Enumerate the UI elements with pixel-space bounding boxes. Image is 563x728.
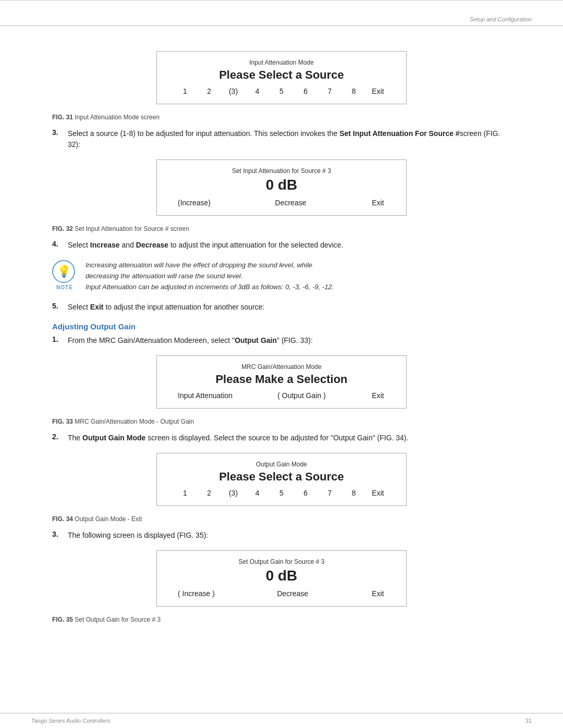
exit-btn: Exit: [371, 199, 385, 207]
og-source-2: 2: [202, 489, 216, 497]
source-2: 2: [202, 87, 216, 95]
fig33-screen-box: MRC Gain/Attenuation Mode Please Make a …: [156, 355, 407, 409]
og-source-5: 5: [274, 489, 289, 497]
note-box: 💡 NOTE Increasing attenuation will have …: [52, 260, 511, 292]
fig34-caption: FIG. 34 Output Gain Mode - Exit: [52, 515, 511, 523]
fig35-caption: FIG. 35 Set Output Gain for Source # 3: [52, 616, 511, 623]
step1b-text: From the MRC Gain/Attenuation Modereen, …: [68, 335, 313, 346]
fig33-title: Please Make a Selection: [173, 373, 390, 386]
fig35-caption-num: FIG. 35: [52, 616, 73, 623]
fig34-title: Please Select a Source: [173, 470, 390, 484]
note-label: NOTE: [52, 285, 77, 290]
fig33-caption: FIG. 33 MRC Gain/Attenuation Mode - Outp…: [52, 418, 511, 425]
fig32-caption-num: FIG. 32: [52, 225, 73, 232]
source-8: 8: [347, 87, 361, 95]
source-7: 7: [323, 87, 337, 95]
og-source-1: 1: [178, 489, 192, 497]
note-text: Increasing attenuation will have the eff…: [85, 260, 334, 292]
fig31-caption-text: Input Attenuation Mode screen: [75, 114, 160, 121]
fig35-subtitle: Set Output Gain for Source # 3: [173, 558, 390, 565]
step3b-text: The following screen is displayed (FIG. …: [68, 530, 208, 541]
fig35-screen-box: Set Output Gain for Source # 3 0 dB ( In…: [156, 550, 407, 607]
page-header: Setup and Configuration: [0, 7, 563, 26]
fig32-subtitle: Set Input Attenuation for Source # 3: [173, 167, 390, 175]
step-5: 5. Select Exit to adjust the input atten…: [52, 302, 511, 313]
fig32-screen-box: Set Input Attenuation for Source # 3 0 d…: [156, 159, 407, 216]
footer-page-number: 31: [525, 718, 532, 724]
step5-text: Select Exit to adjust the input attenuat…: [68, 302, 264, 313]
source-1: 1: [178, 87, 192, 95]
fig32-caption-text: Set Input Attenuation for Source # scree…: [75, 225, 189, 232]
fig34-screen-box: Output Gain Mode Please Select a Source …: [156, 453, 407, 506]
og-source-3: (3): [226, 489, 241, 497]
fig31-subtitle: Input Attenuation Mode: [173, 59, 390, 66]
source-4: 4: [250, 87, 265, 95]
decrease-btn: Decrease: [275, 199, 307, 207]
fig31-title: Please Select a Source: [173, 68, 390, 82]
source-5: 5: [274, 87, 289, 95]
og-source-4: 4: [250, 489, 265, 497]
fig32-control-row: (Increase) Decrease Exit: [173, 199, 390, 207]
fig35-title: 0 dB: [173, 567, 390, 584]
step-1b: 1. From the MRC Gain/Attenuation Moderee…: [52, 335, 511, 346]
source-exit: Exit: [371, 87, 385, 95]
og-source-8: 8: [347, 489, 361, 497]
fig34-caption-num: FIG. 34: [52, 515, 73, 523]
note-icon-circle: 💡: [52, 260, 75, 283]
fig31-source-row: 1 2 (3) 4 5 6 7 8 Exit: [173, 87, 390, 95]
fig33-control-row: Input Attenuation ( Output Gain ) Exit: [173, 391, 390, 400]
footer-left-text: Tango Series Audio Controllers: [31, 718, 110, 724]
step-3a: 3. Select a source (1-8) to be adjusted …: [52, 128, 511, 150]
fig31-caption-num: FIG. 31: [52, 114, 73, 121]
og-exit-btn: Exit: [371, 589, 385, 598]
fig35-caption-text: Set Output Gain for Source # 3: [75, 616, 161, 623]
fig33-subtitle: MRC Gain/Attenuation Mode: [173, 363, 390, 371]
og-source-7: 7: [323, 489, 337, 497]
input-attenuation-btn: Input Attenuation: [178, 391, 232, 400]
step-2b: 2. The Output Gain Mode screen is displa…: [52, 433, 511, 443]
step3a-num: 3.: [52, 128, 62, 137]
section-heading-output-gain: Adjusting Output Gain: [52, 322, 511, 331]
step4-num: 4.: [52, 240, 62, 248]
fig33-caption-text: MRC Gain/Attenuation Mode - Output Gain: [75, 418, 194, 425]
fig35-control-row: ( Increase ) Decrease Exit: [173, 589, 390, 598]
step-4: 4. Select Increase and Decrease to adjus…: [52, 240, 511, 251]
fig34-source-row: 1 2 (3) 4 5 6 7 8 Exit: [173, 489, 390, 497]
step2b-text: The Output Gain Mode screen is displayed…: [68, 433, 408, 443]
step4-text: Select Increase and Decrease to adjust t…: [68, 240, 344, 251]
fig32-title: 0 dB: [173, 177, 390, 193]
main-content: Input Attenuation Mode Please Select a S…: [0, 26, 563, 662]
og-source-exit: Exit: [371, 489, 385, 497]
step1b-num: 1.: [52, 335, 62, 343]
og-increase-btn: ( Increase ): [178, 589, 215, 598]
og-source-6: 6: [298, 489, 313, 497]
fig31-screen-box: Input Attenuation Mode Please Select a S…: [156, 51, 407, 104]
fig32-caption: FIG. 32 Set Input Attenuation for Source…: [52, 225, 511, 232]
step3b-num: 3.: [52, 530, 62, 538]
step3a-text: Select a source (1-8) to be adjusted for…: [68, 128, 511, 150]
exit-btn2: Exit: [371, 391, 385, 400]
step-3b: 3. The following screen is displayed (FI…: [52, 530, 511, 541]
fig34-caption-text: Output Gain Mode - Exit: [75, 515, 142, 523]
source-3: (3): [226, 87, 241, 95]
source-6: 6: [298, 87, 313, 95]
note-icon-area: 💡 NOTE: [52, 260, 77, 290]
fig31-caption: FIG. 31 Input Attenuation Mode screen: [52, 114, 511, 121]
fig33-caption-num: FIG. 33: [52, 418, 73, 425]
increase-btn: (Increase): [178, 199, 211, 207]
og-decrease-btn: Decrease: [277, 589, 308, 598]
step2b-num: 2.: [52, 433, 62, 441]
step5-num: 5.: [52, 302, 62, 310]
bulb-icon: 💡: [57, 266, 71, 277]
output-gain-btn: ( Output Gain ): [277, 391, 326, 400]
header-text: Setup and Configuration: [470, 16, 532, 22]
page-footer: Tango Series Audio Controllers 31: [0, 713, 563, 728]
fig34-subtitle: Output Gain Mode: [173, 461, 390, 468]
